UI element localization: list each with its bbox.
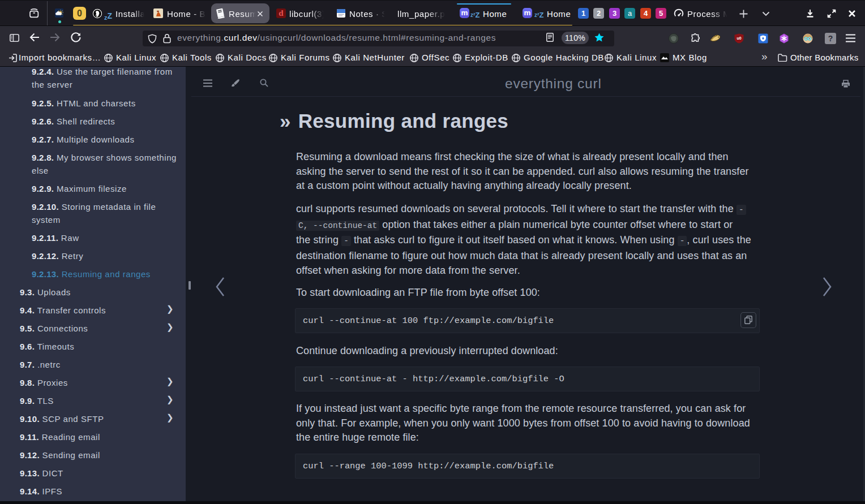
- svg-text:u0: u0: [736, 36, 741, 40]
